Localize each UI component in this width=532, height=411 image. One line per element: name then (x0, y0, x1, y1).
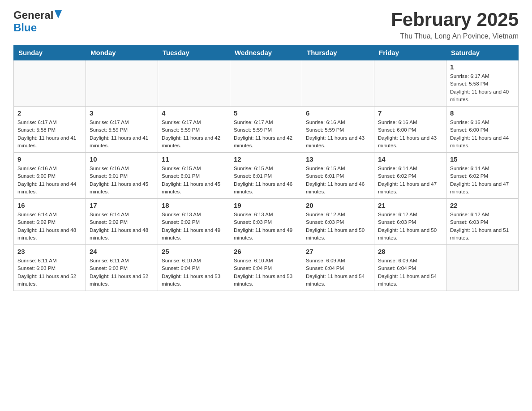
day-number: 13 (306, 155, 370, 163)
day-number: 7 (378, 109, 442, 117)
day-info: Sunrise: 6:12 AMSunset: 6:03 PMDaylight:… (306, 211, 370, 242)
calendar-cell: 6Sunrise: 6:16 AMSunset: 5:59 PMDaylight… (302, 107, 374, 153)
day-info: Sunrise: 6:12 AMSunset: 6:03 PMDaylight:… (378, 211, 442, 242)
calendar-cell: 17Sunrise: 6:14 AMSunset: 6:02 PMDayligh… (86, 199, 158, 245)
day-number: 26 (234, 248, 298, 255)
day-info: Sunrise: 6:09 AMSunset: 6:04 PMDaylight:… (306, 257, 370, 288)
calendar-cell: 28Sunrise: 6:09 AMSunset: 6:04 PMDayligh… (374, 245, 446, 291)
day-info: Sunrise: 6:12 AMSunset: 6:03 PMDaylight:… (450, 211, 515, 242)
day-number: 8 (450, 109, 515, 117)
day-info: Sunrise: 6:16 AMSunset: 5:59 PMDaylight:… (306, 119, 370, 150)
calendar-table: SundayMondayTuesdayWednesdayThursdayFrid… (13, 45, 519, 291)
day-number: 27 (306, 248, 370, 255)
logo-arrow-icon (55, 10, 62, 19)
title-block: February 2025 Thu Thua, Long An Povince,… (391, 9, 519, 40)
day-number: 17 (90, 201, 154, 209)
weekday-header-sunday: Sunday (14, 45, 86, 60)
calendar-cell: 2Sunrise: 6:17 AMSunset: 5:58 PMDaylight… (14, 107, 86, 153)
day-info: Sunrise: 6:11 AMSunset: 6:03 PMDaylight:… (17, 257, 82, 288)
day-number: 25 (162, 248, 226, 255)
calendar-week-row: 23Sunrise: 6:11 AMSunset: 6:03 PMDayligh… (14, 245, 519, 291)
calendar-cell: 12Sunrise: 6:15 AMSunset: 6:01 PMDayligh… (230, 153, 302, 199)
day-number: 23 (17, 248, 82, 255)
day-number: 28 (378, 248, 442, 255)
calendar-cell: 10Sunrise: 6:16 AMSunset: 6:01 PMDayligh… (86, 153, 158, 199)
calendar-week-row: 16Sunrise: 6:14 AMSunset: 6:02 PMDayligh… (14, 199, 519, 245)
day-info: Sunrise: 6:17 AMSunset: 5:58 PMDaylight:… (17, 119, 82, 150)
weekday-header-monday: Monday (86, 45, 158, 60)
day-info: Sunrise: 6:13 AMSunset: 6:02 PMDaylight:… (162, 211, 226, 242)
calendar-cell: 24Sunrise: 6:11 AMSunset: 6:03 PMDayligh… (86, 245, 158, 291)
calendar-cell: 27Sunrise: 6:09 AMSunset: 6:04 PMDayligh… (302, 245, 374, 291)
page-header: General Blue February 2025 Thu Thua, Lon… (13, 9, 519, 40)
calendar-cell (158, 60, 230, 107)
day-info: Sunrise: 6:17 AMSunset: 5:58 PMDaylight:… (450, 73, 515, 103)
day-info: Sunrise: 6:17 AMSunset: 5:59 PMDaylight:… (162, 119, 226, 150)
weekday-header-thursday: Thursday (302, 45, 374, 60)
weekday-header-row: SundayMondayTuesdayWednesdayThursdayFrid… (14, 45, 519, 60)
day-info: Sunrise: 6:14 AMSunset: 6:02 PMDaylight:… (90, 211, 154, 242)
calendar-cell: 22Sunrise: 6:12 AMSunset: 6:03 PMDayligh… (446, 199, 519, 245)
day-info: Sunrise: 6:13 AMSunset: 6:03 PMDaylight:… (234, 211, 298, 242)
day-number: 9 (17, 155, 82, 163)
calendar-week-row: 1Sunrise: 6:17 AMSunset: 5:58 PMDaylight… (14, 60, 519, 107)
day-number: 19 (234, 201, 298, 209)
month-title: February 2025 (391, 9, 519, 30)
calendar-cell (374, 60, 446, 107)
day-info: Sunrise: 6:15 AMSunset: 6:01 PMDaylight:… (234, 165, 298, 196)
day-info: Sunrise: 6:16 AMSunset: 6:01 PMDaylight:… (90, 165, 154, 196)
calendar-cell: 7Sunrise: 6:16 AMSunset: 6:00 PMDaylight… (374, 107, 446, 153)
calendar-cell: 25Sunrise: 6:10 AMSunset: 6:04 PMDayligh… (158, 245, 230, 291)
day-number: 11 (162, 155, 226, 163)
calendar-cell: 9Sunrise: 6:16 AMSunset: 6:00 PMDaylight… (14, 153, 86, 199)
day-info: Sunrise: 6:16 AMSunset: 6:00 PMDaylight:… (378, 119, 442, 150)
location-text: Thu Thua, Long An Povince, Vietnam (391, 32, 519, 40)
calendar-cell: 5Sunrise: 6:17 AMSunset: 5:59 PMDaylight… (230, 107, 302, 153)
day-number: 15 (450, 155, 515, 163)
calendar-cell (86, 60, 158, 107)
day-number: 21 (378, 201, 442, 209)
weekday-header-wednesday: Wednesday (230, 45, 302, 60)
calendar-cell: 15Sunrise: 6:14 AMSunset: 6:02 PMDayligh… (446, 153, 519, 199)
calendar-cell (446, 245, 519, 291)
calendar-week-row: 2Sunrise: 6:17 AMSunset: 5:58 PMDaylight… (14, 107, 519, 153)
day-number: 16 (17, 201, 82, 209)
calendar-cell (230, 60, 302, 107)
calendar-cell: 1Sunrise: 6:17 AMSunset: 5:58 PMDaylight… (446, 60, 519, 107)
weekday-header-tuesday: Tuesday (158, 45, 230, 60)
day-info: Sunrise: 6:10 AMSunset: 6:04 PMDaylight:… (234, 257, 298, 288)
weekday-header-saturday: Saturday (446, 45, 519, 60)
day-info: Sunrise: 6:17 AMSunset: 5:59 PMDaylight:… (234, 119, 298, 150)
day-info: Sunrise: 6:16 AMSunset: 6:00 PMDaylight:… (450, 119, 515, 150)
day-number: 6 (306, 109, 370, 117)
day-info: Sunrise: 6:14 AMSunset: 6:02 PMDaylight:… (450, 165, 515, 196)
calendar-cell: 8Sunrise: 6:16 AMSunset: 6:00 PMDaylight… (446, 107, 519, 153)
day-info: Sunrise: 6:14 AMSunset: 6:02 PMDaylight:… (378, 165, 442, 196)
calendar-cell: 4Sunrise: 6:17 AMSunset: 5:59 PMDaylight… (158, 107, 230, 153)
calendar-cell: 21Sunrise: 6:12 AMSunset: 6:03 PMDayligh… (374, 199, 446, 245)
day-number: 10 (90, 155, 154, 163)
day-info: Sunrise: 6:11 AMSunset: 6:03 PMDaylight:… (90, 257, 154, 288)
calendar-cell: 13Sunrise: 6:15 AMSunset: 6:01 PMDayligh… (302, 153, 374, 199)
day-number: 20 (306, 201, 370, 209)
logo-blue-text: Blue (13, 21, 37, 34)
day-number: 24 (90, 248, 154, 255)
day-number: 3 (90, 109, 154, 117)
svg-marker-0 (55, 10, 62, 18)
day-info: Sunrise: 6:09 AMSunset: 6:04 PMDaylight:… (378, 257, 442, 288)
calendar-cell: 11Sunrise: 6:15 AMSunset: 6:01 PMDayligh… (158, 153, 230, 199)
logo: General Blue (13, 9, 62, 34)
day-number: 22 (450, 201, 515, 209)
calendar-cell: 14Sunrise: 6:14 AMSunset: 6:02 PMDayligh… (374, 153, 446, 199)
day-info: Sunrise: 6:16 AMSunset: 6:00 PMDaylight:… (17, 165, 82, 196)
day-number: 14 (378, 155, 442, 163)
day-number: 5 (234, 109, 298, 117)
calendar-cell: 26Sunrise: 6:10 AMSunset: 6:04 PMDayligh… (230, 245, 302, 291)
day-info: Sunrise: 6:15 AMSunset: 6:01 PMDaylight:… (306, 165, 370, 196)
day-number: 1 (450, 63, 515, 71)
weekday-header-friday: Friday (374, 45, 446, 60)
day-info: Sunrise: 6:14 AMSunset: 6:02 PMDaylight:… (17, 211, 82, 242)
day-info: Sunrise: 6:15 AMSunset: 6:01 PMDaylight:… (162, 165, 226, 196)
calendar-cell: 19Sunrise: 6:13 AMSunset: 6:03 PMDayligh… (230, 199, 302, 245)
day-number: 4 (162, 109, 226, 117)
